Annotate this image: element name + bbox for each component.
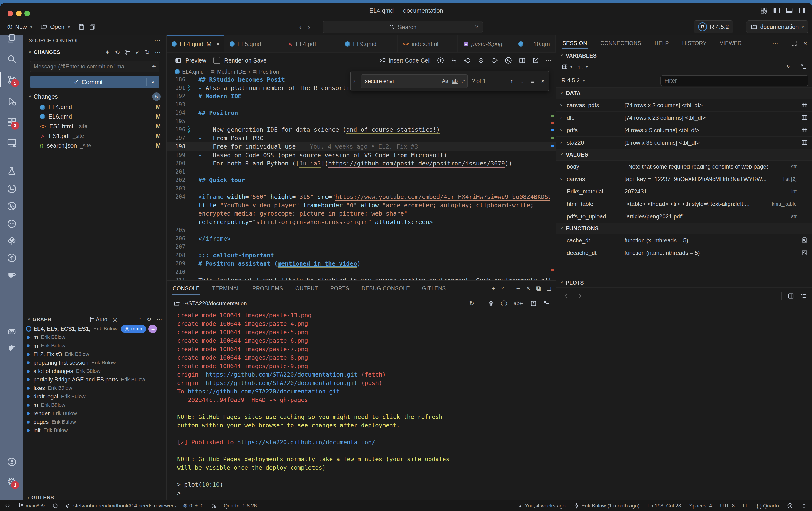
status-blame-file[interactable]: Erik Bülow (1 month ago)	[574, 503, 640, 509]
tab-el4-qmd[interactable]: EL4.qmdM×	[167, 35, 224, 52]
nav-forward-button[interactable]: ›	[308, 22, 310, 31]
code-line-204[interactable]: 204<iframe width="560" height="315" src=…	[167, 193, 556, 201]
changes-tree-label[interactable]: Changes	[34, 93, 58, 100]
session-tab-session[interactable]: SESSION	[556, 35, 594, 51]
next-plot-icon[interactable]	[576, 292, 583, 300]
status-debug-status[interactable]	[210, 503, 216, 509]
code-line-193[interactable]: 193	[167, 101, 556, 109]
plot-sidebar-icon[interactable]	[787, 292, 794, 300]
panel-tab-problems[interactable]: PROBLEMS	[246, 281, 289, 296]
breadcrumb-item-el4-qmd[interactable]: EL4.qmd	[182, 68, 204, 75]
activity-item-github[interactable]	[0, 215, 23, 232]
graph-commit-a-lot-of-changes[interactable]: a lot of changesErik Bülow	[23, 367, 166, 375]
toggle-bottom-panel-icon[interactable]	[785, 7, 793, 15]
run-cell-icon[interactable]	[477, 57, 485, 64]
code-line-wrap[interactable]: encrypted-media; gyroscope; picture-in-p…	[167, 209, 556, 218]
activity-item-explorer[interactable]	[0, 30, 23, 47]
push-icon[interactable]: ↑	[139, 317, 141, 322]
code-line-198[interactable]: 198- Free for individual useYou, 4 weeks…	[167, 142, 556, 151]
session-icon[interactable]	[504, 56, 513, 64]
whole-word-icon[interactable]: ab	[452, 78, 458, 84]
clear-plots-icon[interactable]	[800, 293, 807, 299]
code-line-194[interactable]: 194## Positron	[167, 109, 556, 117]
expand-chevron[interactable]: ›	[560, 99, 562, 111]
code-line-201[interactable]: 201	[167, 168, 556, 176]
code-line-203[interactable]: 203	[167, 184, 556, 193]
expand-chevron[interactable]: ›	[560, 124, 562, 136]
code-editor[interactable]: 186## RStudio becomes Posit191- Also a p…	[167, 75, 556, 281]
session-tab-connections[interactable]: CONNECTIONS	[594, 35, 648, 51]
variables-group-data[interactable]: ˅DATA	[556, 88, 812, 99]
graph-commit-partially-bridge-age-and-eb-parts[interactable]: partially Bridge AGE and EB partsErik Bü…	[23, 375, 166, 384]
console-restart-icon[interactable]: ↻	[469, 301, 474, 307]
activity-item-search[interactable]	[0, 51, 23, 67]
open-data-viewer-icon[interactable]	[801, 102, 808, 110]
tab-paste-8-png[interactable]: paste-8.png	[458, 35, 513, 52]
commit-check-icon[interactable]: ✓	[135, 49, 140, 55]
variable-row-pdfs-to-upload[interactable]: pdfs_to_upload"articles/peng2021.pdf"str	[556, 210, 812, 223]
panel-minimize-icon[interactable]: −	[516, 285, 520, 292]
editor-more-icon[interactable]: ⋯	[545, 57, 552, 64]
variable-row-pdfs[interactable]: ›pdfs[4 rows x 5 columns] <tbl_df>	[556, 124, 812, 137]
scm-file-el6-qmd[interactable]: EL6.qmdM	[23, 112, 166, 121]
view-as-graph-icon[interactable]	[124, 49, 130, 55]
panel-tab-console[interactable]: CONSOLE	[167, 281, 206, 296]
changes-section-title[interactable]: CHANGES	[34, 49, 60, 55]
code-line-200[interactable]: 200- For both R and Python ([Julia?](htt…	[167, 159, 556, 168]
code-line-wrap[interactable]: referrerpolicy="strict-origin-when-cross…	[167, 218, 556, 226]
view-function-icon[interactable]	[801, 249, 808, 258]
plots-chevron[interactable]: ˅	[560, 280, 563, 285]
scm-file-el4-qmd[interactable]: EL4.qmdM	[23, 102, 166, 112]
scm-more-icon[interactable]: ⋯	[155, 49, 161, 55]
graph-commit-render[interactable]: renderErik Bülow	[23, 409, 166, 418]
panel-tab-gitlens[interactable]: GITLENS	[416, 281, 452, 296]
code-line-202[interactable]: 202## Quick tour	[167, 176, 556, 184]
graph-commit-init[interactable]: initErik Bülow	[23, 426, 166, 435]
previous-plot-icon[interactable]	[563, 292, 570, 300]
session-tab-viewer[interactable]: VIEWER	[713, 35, 748, 51]
activity-item-wizard[interactable]	[0, 340, 23, 357]
session-more-icon[interactable]: ⋯	[772, 40, 778, 46]
expand-chevron[interactable]: ›	[560, 112, 562, 124]
discard-icon[interactable]: ⟲	[115, 49, 120, 55]
activity-item-git-graph[interactable]	[0, 180, 23, 197]
graph-commit-preparing-first-session[interactable]: preparing first sessionErik Bülow	[23, 359, 166, 367]
move-panel-icon[interactable]	[530, 300, 537, 307]
tab-index-html[interactable]: <>index.html	[398, 35, 458, 52]
code-line-206[interactable]: 206</iframe>	[167, 234, 556, 243]
variable-row-cache-dt[interactable]: cache_dtfunction (x, nthreads = 5)	[556, 234, 812, 247]
code-line-196[interactable]: 196- New generation IDE for data science…	[167, 125, 556, 134]
open-data-viewer-icon[interactable]	[801, 139, 808, 147]
view-function-icon[interactable]	[801, 237, 808, 245]
activity-item-run-debug[interactable]	[0, 93, 23, 110]
graph-commit-m[interactable]: mErik Bülow	[23, 333, 166, 342]
sort-button[interactable]: ↑↓▼	[578, 63, 589, 70]
runtime-selector[interactable]: R 4.5.2▼	[561, 77, 585, 84]
search-dropdown-chevron[interactable]: ˅	[475, 24, 478, 31]
fetch-icon[interactable]: ↓	[123, 317, 125, 322]
breadcrumb-item-positron[interactable]: Positron	[259, 68, 279, 75]
sidebar-more-icon[interactable]: ⋯	[154, 37, 161, 44]
breadcrumb-item-modern-ide[interactable]: Modern IDE	[217, 68, 246, 75]
status-encoding[interactable]: UTF-8	[720, 503, 735, 509]
code-line-192[interactable]: 192# Modern IDE	[167, 92, 556, 101]
activity-item-publish[interactable]	[0, 249, 23, 266]
run-above-icon[interactable]	[464, 57, 471, 64]
tab-close-icon[interactable]: ×	[216, 41, 220, 48]
status-remote-indicator[interactable]	[4, 503, 10, 509]
insert-code-cell-button[interactable]: Insert Code Cell	[379, 57, 431, 64]
pull-icon[interactable]: ↓	[130, 317, 134, 322]
variable-row-canvas-pdfs[interactable]: ›canvas_pdfs[74 rows x 2 columns] <tbl_d…	[556, 99, 812, 112]
variable-row-body[interactable]: body" Note that some required reading co…	[556, 161, 812, 173]
branch-badge[interactable]: ◎main	[121, 325, 146, 333]
activity-item-gitlens-ai[interactable]	[0, 323, 23, 340]
graph-section-header[interactable]: ˅ GRAPH Auto ◎ ↓ ↓ ↑ ↻ ⋯	[23, 315, 166, 324]
graph-commit-el2-fix-3[interactable]: EL2. Fix #3Erik Bülow	[23, 350, 166, 359]
graph-commit-pages[interactable]: pagesErik Bülow	[23, 418, 166, 426]
code-line-199[interactable]: 199- Based on Code OSS (open source vers…	[167, 151, 556, 160]
clear-variables-icon[interactable]	[801, 63, 807, 70]
status-pr-notification[interactable]: stefvanbuuren/fimdbook#14 needs reviewer…	[65, 503, 176, 509]
session-tab-help[interactable]: HELP	[648, 35, 675, 51]
find-input[interactable]: secure envi Aa ab .*	[361, 74, 468, 88]
commit-message-input[interactable]: Message (⌘Enter to commit on "ma... ✦	[30, 61, 159, 72]
